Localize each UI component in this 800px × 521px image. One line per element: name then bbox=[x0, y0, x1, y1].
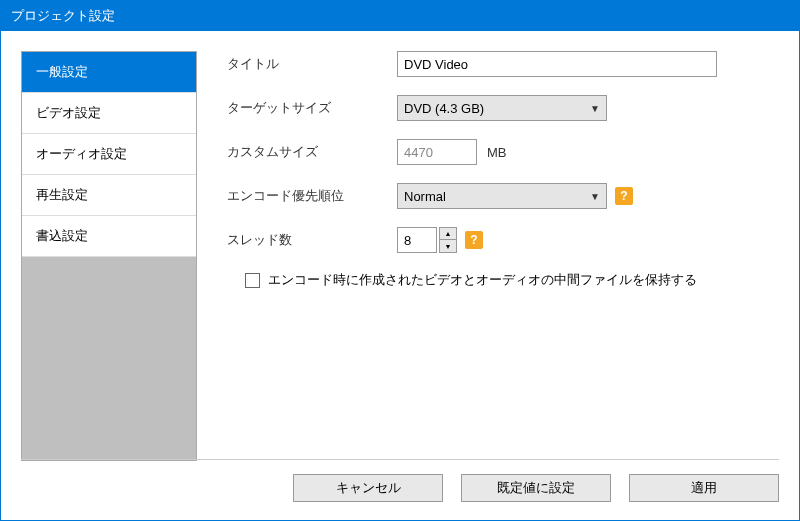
target-size-value: DVD (4.3 GB) bbox=[404, 101, 484, 116]
encode-priority-label: エンコード優先順位 bbox=[227, 187, 397, 205]
sidebar-item-playback[interactable]: 再生設定 bbox=[22, 175, 196, 216]
custom-size-unit: MB bbox=[487, 145, 507, 160]
threads-spinner: ▲ ▼ bbox=[439, 227, 457, 253]
custom-size-label: カスタムサイズ bbox=[227, 143, 397, 161]
sidebar-item-audio[interactable]: オーディオ設定 bbox=[22, 134, 196, 175]
apply-button[interactable]: 適用 bbox=[629, 474, 779, 502]
sidebar-item-burn[interactable]: 書込設定 bbox=[22, 216, 196, 257]
sidebar-empty-area bbox=[22, 257, 196, 460]
target-size-label: ターゲットサイズ bbox=[227, 99, 397, 117]
threads-label: スレッド数 bbox=[227, 231, 397, 249]
help-icon[interactable]: ? bbox=[465, 231, 483, 249]
chevron-down-icon: ▼ bbox=[590, 103, 600, 114]
reset-defaults-button[interactable]: 既定値に設定 bbox=[461, 474, 611, 502]
spinner-down-button[interactable]: ▼ bbox=[440, 240, 456, 252]
custom-size-input[interactable] bbox=[397, 139, 477, 165]
project-settings-dialog: プロジェクト設定 一般設定 ビデオ設定 オーディオ設定 再生設定 書込設定 タイ… bbox=[0, 0, 800, 521]
titlebar: プロジェクト設定 bbox=[1, 1, 799, 31]
sidebar-item-general[interactable]: 一般設定 bbox=[22, 52, 196, 93]
spinner-up-button[interactable]: ▲ bbox=[440, 228, 456, 240]
cancel-button[interactable]: キャンセル bbox=[293, 474, 443, 502]
encode-priority-value: Normal bbox=[404, 189, 446, 204]
encode-priority-select[interactable]: Normal ▼ bbox=[397, 183, 607, 209]
content-area: 一般設定 ビデオ設定 オーディオ設定 再生設定 書込設定 タイトル ターゲットサ… bbox=[1, 31, 799, 461]
keep-intermediate-checkbox[interactable] bbox=[245, 273, 260, 288]
title-label: タイトル bbox=[227, 55, 397, 73]
target-size-select[interactable]: DVD (4.3 GB) ▼ bbox=[397, 95, 607, 121]
dialog-footer: キャンセル 既定値に設定 適用 bbox=[21, 459, 779, 502]
keep-intermediate-label: エンコード時に作成されたビデオとオーディオの中間ファイルを保持する bbox=[268, 271, 697, 289]
threads-input[interactable] bbox=[397, 227, 437, 253]
window-title: プロジェクト設定 bbox=[11, 8, 115, 23]
chevron-down-icon: ▼ bbox=[590, 191, 600, 202]
sidebar-item-video[interactable]: ビデオ設定 bbox=[22, 93, 196, 134]
settings-sidebar: 一般設定 ビデオ設定 オーディオ設定 再生設定 書込設定 bbox=[21, 51, 197, 461]
settings-panel: タイトル ターゲットサイズ DVD (4.3 GB) ▼ カスタムサイズ MB … bbox=[197, 51, 779, 461]
title-input[interactable] bbox=[397, 51, 717, 77]
help-icon[interactable]: ? bbox=[615, 187, 633, 205]
